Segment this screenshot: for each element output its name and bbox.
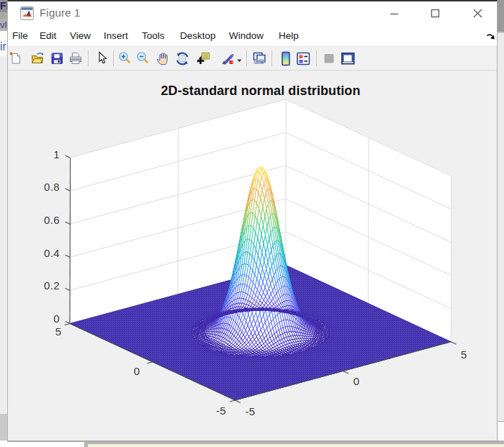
svg-text:0: 0 bbox=[134, 365, 140, 377]
svg-text:0.2: 0.2 bbox=[44, 279, 60, 292]
svg-text:1: 1 bbox=[53, 148, 60, 161]
svg-text:0.6: 0.6 bbox=[44, 214, 60, 226]
svg-text:0.8: 0.8 bbox=[44, 181, 60, 193]
svg-text:-5: -5 bbox=[245, 405, 255, 417]
svg-text:0.4: 0.4 bbox=[44, 247, 60, 259]
svg-text:0: 0 bbox=[354, 375, 360, 387]
svg-text:5: 5 bbox=[55, 325, 62, 338]
svg-text:-5: -5 bbox=[216, 405, 226, 417]
svg-text:5: 5 bbox=[461, 348, 467, 361]
svg-text:2D-standard normal distributio: 2D-standard normal distribution bbox=[161, 83, 360, 98]
svg-text:0: 0 bbox=[53, 312, 60, 325]
